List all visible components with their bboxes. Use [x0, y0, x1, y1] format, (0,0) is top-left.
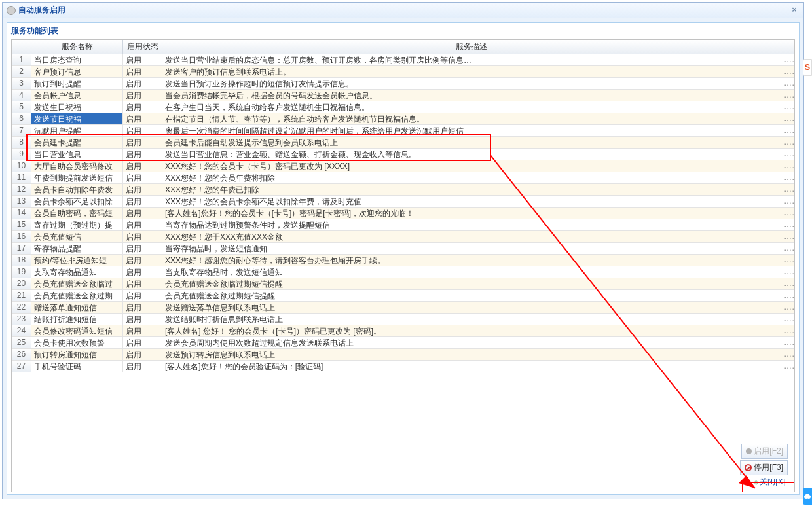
cell-status: 启用 [123, 172, 162, 184]
cell-desc: XXX您好！您的会员年费将扣除 [162, 172, 781, 184]
dialog-window: 自动服务启用 × 服务功能列表 服务名称 启用状态 服务描述 1当日房态查询启用… [2, 2, 804, 499]
row-number: 6 [12, 113, 31, 125]
row-more-button[interactable]: … [781, 361, 794, 372]
row-number: 9 [12, 149, 31, 160]
table-row[interactable]: 22赠送落单通知短信启用发送赠送落单信息到联系电话上… [12, 302, 794, 314]
cell-name: 预订到时提醒 [31, 78, 123, 90]
cell-desc: 当会员消费结帐完毕后，根据会员的号码发送会员帐户信息。 [162, 90, 781, 101]
disable-button[interactable]: 停用[F3] [740, 460, 788, 475]
close-link[interactable]: ⎆ 关闭[X] [754, 477, 788, 488]
table-row[interactable]: 12会员卡自动扣除年费发启用XXX您好！您的年费已扣除… [12, 184, 794, 196]
header-rownum [12, 40, 31, 54]
table-row[interactable]: 3预订到时提醒启用发送当日预订业务操作超时的短信预订友情提示信息。… [12, 78, 794, 90]
cell-desc: 当寄存物品达到过期预警条件时，发送提醒短信 [162, 219, 781, 231]
row-number: 25 [12, 337, 31, 349]
cell-desc: [客人姓名]您好！您的会员卡（[卡号]）密码是[卡密码]，欢迎您的光临！ [162, 208, 781, 219]
table-row[interactable]: 11年费到期提前发送短信启用XXX您好！您的会员年费将扣除… [12, 172, 794, 184]
cell-status: 启用 [123, 314, 162, 325]
table-row[interactable]: 14会员自助密码，密码短启用[客人姓名]您好！您的会员卡（[卡号]）密码是[卡密… [12, 208, 794, 219]
row-more-button[interactable]: … [781, 278, 794, 290]
row-more-button[interactable]: … [781, 160, 794, 172]
table-row[interactable]: 9当日营业信息启用发送当日营业信息：营业金额、赠送金额、打折金额、现金收入等信息… [12, 149, 794, 160]
table-row[interactable]: 17寄存物品提醒启用当寄存物品时，发送短信通知… [12, 243, 794, 255]
row-number: 11 [12, 172, 31, 184]
row-more-button[interactable]: … [781, 184, 794, 196]
cell-desc: 发送当日营业结束后的房态信息：总开房数、预订开房数，各房间类别开房比例等信息… [162, 54, 781, 66]
side-badge-blue[interactable] [803, 488, 812, 505]
table-row[interactable]: 1当日房态查询启用发送当日营业结束后的房态信息：总开房数、预订开房数，各房间类别… [12, 54, 794, 66]
cell-desc: [客人姓名]您好！您的会员验证码为：[验证码] [162, 361, 781, 372]
row-number: 5 [12, 101, 31, 113]
list-label: 服务功能列表 [7, 23, 799, 38]
table-row[interactable]: 8会员建卡提醒启用会员建卡后能自动发送提示信息到会员联系电话上… [12, 137, 794, 149]
cell-status: 启用 [123, 278, 162, 290]
table-row[interactable]: 26预订转房通知短信启用发送预订转房信息到联系电话上… [12, 349, 794, 361]
row-more-button[interactable]: … [781, 196, 794, 208]
row-number: 19 [12, 266, 31, 278]
row-more-button[interactable]: … [781, 208, 794, 219]
table-row[interactable]: 10大厅自助会员密码修改启用XXX您好！您的会员卡（卡号）密码已更改为 [XXX… [12, 160, 794, 172]
table-row[interactable]: 24会员修改密码通知短信启用[客人姓名] 您好！ 您的会员卡（[卡号]）密码已更… [12, 325, 794, 337]
cell-desc: 会员充值赠送金额过期短信提醒 [162, 290, 781, 302]
cell-name: 会员充值赠送金额临过 [31, 278, 123, 290]
row-more-button[interactable]: … [781, 337, 794, 349]
cell-name: 结账打折通知短信 [31, 314, 123, 325]
cell-name: 会员修改密码通知短信 [31, 325, 123, 337]
row-more-button[interactable]: … [781, 90, 794, 101]
header-status[interactable]: 启用状态 [123, 40, 162, 54]
enable-button[interactable]: 启用[F2] [741, 444, 788, 459]
side-badge-sogou[interactable] [803, 59, 812, 76]
table-row[interactable]: 2客户预订信息启用发送客户的预订信息到联系电话上。… [12, 66, 794, 78]
cell-desc: 发送结账时打折信息到联系电话上 [162, 314, 781, 325]
row-more-button[interactable]: … [781, 325, 794, 337]
row-more-button[interactable]: … [781, 314, 794, 325]
table-row[interactable]: 23结账打折通知短信启用发送结账时打折信息到联系电话上… [12, 314, 794, 325]
table-row[interactable]: 18预约/等位排房通知短启用XXX您好！感谢您的耐心等待，请到咨客台办理包厢开房… [12, 255, 794, 266]
row-more-button[interactable]: … [781, 172, 794, 184]
cell-desc: XXX您好！感谢您的耐心等待，请到咨客台办理包厢开房手续。 [162, 255, 781, 266]
row-more-button[interactable]: … [781, 255, 794, 266]
row-more-button[interactable]: … [781, 78, 794, 90]
row-more-button[interactable]: … [781, 101, 794, 113]
row-number: 8 [12, 137, 31, 149]
cell-status: 启用 [123, 208, 162, 219]
table-row[interactable]: 19支取寄存物品通知启用当支取寄存物品时，发送短信通知… [12, 266, 794, 278]
row-more-button[interactable]: … [781, 125, 794, 137]
cell-desc: XXX您好！您的会员卡余额不足以扣除年费，请及时充值 [162, 196, 781, 208]
row-more-button[interactable]: … [781, 290, 794, 302]
header-name[interactable]: 服务名称 [31, 40, 123, 54]
window-close-button[interactable]: × [789, 5, 800, 16]
row-more-button[interactable]: … [781, 266, 794, 278]
table-row[interactable]: 5发送生日祝福启用在客户生日当天，系统自动给客户发送随机生日祝福信息。… [12, 101, 794, 113]
table-row[interactable]: 27手机号验证码启用[客人姓名]您好！您的会员验证码为：[验证码]… [12, 361, 794, 372]
table-row[interactable]: 4会员帐户信息启用当会员消费结帐完毕后，根据会员的号码发送会员帐户信息。… [12, 90, 794, 101]
cell-desc: 发送当日营业信息：营业金额、赠送金额、打折金额、现金收入等信息。 [162, 149, 781, 160]
row-number: 24 [12, 325, 31, 337]
row-more-button[interactable]: … [781, 231, 794, 243]
row-more-button[interactable]: … [781, 54, 794, 66]
row-more-button[interactable]: … [781, 149, 794, 160]
row-more-button[interactable]: … [781, 243, 794, 255]
table-row[interactable]: 6发送节日祝福启用在指定节日（情人节、春节等），系统自动给客户发送随机节日祝福信… [12, 113, 794, 125]
row-more-button[interactable]: … [781, 113, 794, 125]
table-row[interactable]: 13会员卡余额不足以扣除启用XXX您好！您的会员卡余额不足以扣除年费，请及时充值… [12, 196, 794, 208]
cell-name: 会员充值赠送金额过期 [31, 290, 123, 302]
cell-status: 启用 [123, 255, 162, 266]
row-more-button[interactable]: … [781, 349, 794, 361]
header-desc[interactable]: 服务描述 [162, 40, 781, 54]
table-row[interactable]: 15寄存过期（预过期）提启用当寄存物品达到过期预警条件时，发送提醒短信… [12, 219, 794, 231]
cell-name: 年费到期提前发送短信 [31, 172, 123, 184]
table-row[interactable]: 25会员卡使用次数预警启用发送会员周期内使用次数超过规定信息发送联系电话上… [12, 337, 794, 349]
row-more-button[interactable]: … [781, 302, 794, 314]
cell-desc: XXX您好！您于XXX充值XXX金额 [162, 231, 781, 243]
row-number: 17 [12, 243, 31, 255]
row-more-button[interactable]: … [781, 137, 794, 149]
table-row[interactable]: 20会员充值赠送金额临过启用会员充值赠送金额临过期短信提醒… [12, 278, 794, 290]
cell-status: 启用 [123, 231, 162, 243]
table-row[interactable]: 16会员充值短信启用XXX您好！您于XXX充值XXX金额… [12, 231, 794, 243]
row-more-button[interactable]: … [781, 66, 794, 78]
svg-point-4 [805, 494, 809, 497]
table-row[interactable]: 21会员充值赠送金额过期启用会员充值赠送金额过期短信提醒… [12, 290, 794, 302]
table-row[interactable]: 7沉默用户提醒启用离最后一次消费的时间间隔超过设定沉默用户的时间后，系统给用户发… [12, 125, 794, 137]
row-more-button[interactable]: … [781, 219, 794, 231]
